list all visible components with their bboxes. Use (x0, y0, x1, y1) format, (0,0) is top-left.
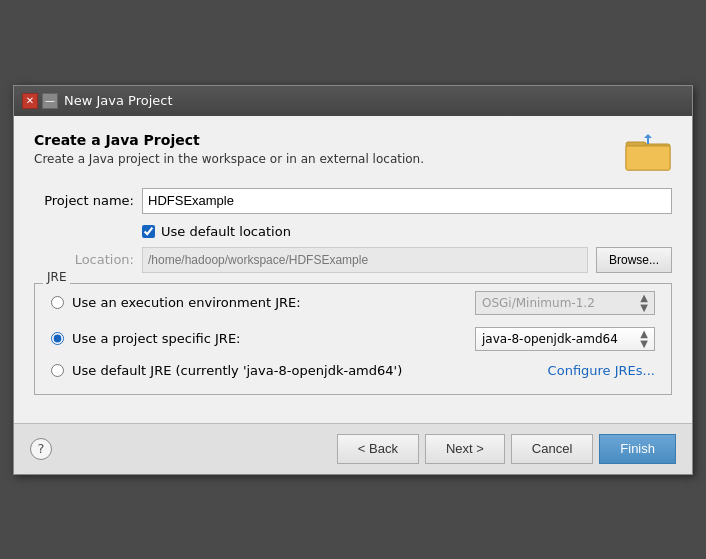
window-controls: ✕ — (22, 93, 58, 109)
jre-option2-dropdown[interactable]: java-8-openjdk-amd64 ▲▼ (475, 327, 655, 351)
project-name-row: Project name: (34, 188, 672, 214)
folder-icon (624, 132, 672, 172)
dialog-window: ✕ — New Java Project Create a Java Proje… (13, 85, 693, 475)
use-default-location-checkbox[interactable] (142, 225, 155, 238)
jre-option1-radio[interactable] (51, 296, 64, 309)
form-area: Project name: Use default location Locat… (34, 188, 672, 273)
header-area: Create a Java Project Create a Java proj… (34, 132, 672, 172)
window-title: New Java Project (64, 93, 173, 108)
jre-option1-label[interactable]: Use an execution environment JRE: (72, 295, 467, 310)
location-label: Location: (34, 252, 134, 267)
spinner-icon2: ▲▼ (640, 329, 648, 349)
jre-legend: JRE (43, 270, 70, 284)
page-title: Create a Java Project (34, 132, 424, 148)
svg-marker-3 (644, 134, 652, 138)
svg-rect-4 (647, 138, 649, 144)
cancel-button[interactable]: Cancel (511, 434, 593, 464)
configure-jres-link[interactable]: Configure JREs... (548, 363, 655, 378)
action-buttons: < Back Next > Cancel Finish (337, 434, 676, 464)
use-default-location-label[interactable]: Use default location (161, 224, 291, 239)
jre-option3-label[interactable]: Use default JRE (currently 'java-8-openj… (72, 363, 540, 378)
titlebar: ✕ — New Java Project (14, 86, 692, 116)
location-row: Location: Browse... (34, 247, 672, 273)
minimize-button[interactable]: — (42, 93, 58, 109)
page-subtitle: Create a Java project in the workspace o… (34, 152, 424, 166)
jre-content: Use an execution environment JRE: OSGi/M… (35, 285, 671, 394)
close-button[interactable]: ✕ (22, 93, 38, 109)
jre-option3-radio[interactable] (51, 364, 64, 377)
jre-option2-label[interactable]: Use a project specific JRE: (72, 331, 467, 346)
jre-option2-radio[interactable] (51, 332, 64, 345)
location-input[interactable] (142, 247, 588, 273)
jre-option1-row: Use an execution environment JRE: OSGi/M… (51, 285, 655, 321)
browse-button[interactable]: Browse... (596, 247, 672, 273)
jre-fieldset: JRE Use an execution environment JRE: OS… (34, 277, 672, 395)
spinner-icon: ▲▼ (640, 293, 648, 313)
jre-option1-dropdown[interactable]: OSGi/Minimum-1.2 ▲▼ (475, 291, 655, 315)
jre-option3-row: Use default JRE (currently 'java-8-openj… (51, 357, 655, 384)
header-text: Create a Java Project Create a Java proj… (34, 132, 424, 166)
finish-button[interactable]: Finish (599, 434, 676, 464)
svg-rect-1 (626, 142, 646, 146)
back-button[interactable]: < Back (337, 434, 419, 464)
button-bar: ? < Back Next > Cancel Finish (14, 423, 692, 474)
next-button[interactable]: Next > (425, 434, 505, 464)
svg-rect-2 (626, 146, 670, 170)
project-name-input[interactable] (142, 188, 672, 214)
project-name-label: Project name: (34, 193, 134, 208)
dialog-content: Create a Java Project Create a Java proj… (14, 116, 692, 423)
help-button[interactable]: ? (30, 438, 52, 460)
default-location-row: Use default location (142, 224, 672, 239)
jre-option2-row: Use a project specific JRE: java-8-openj… (51, 321, 655, 357)
